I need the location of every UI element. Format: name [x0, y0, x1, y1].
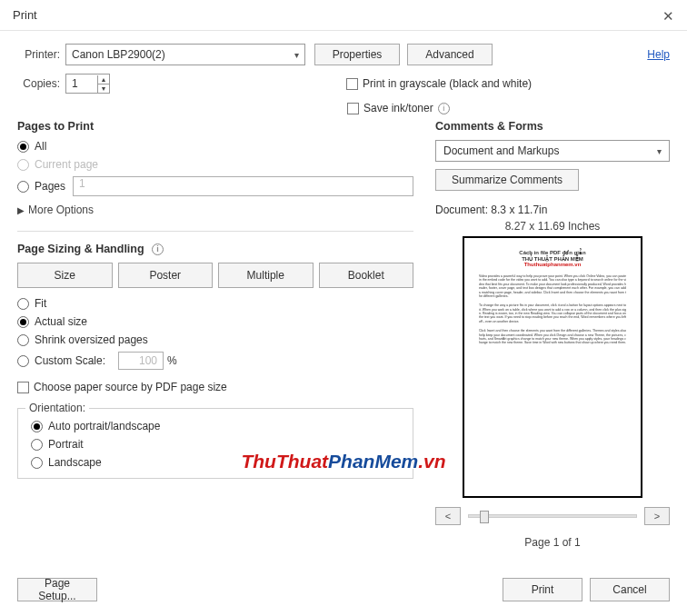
radio-off-icon [17, 355, 29, 367]
radio-on-icon [17, 316, 29, 328]
info-icon[interactable]: i [152, 243, 164, 255]
summarize-comments-button[interactable]: Summarize Comments [435, 169, 579, 191]
properties-button[interactable]: Properties [314, 44, 400, 65]
divider [17, 231, 413, 232]
saveink-checkbox[interactable] [347, 103, 359, 114]
copies-stepper[interactable]: 1 ▲▼ [65, 74, 110, 94]
radio-fit[interactable]: Fit [17, 297, 413, 310]
grayscale-label: Print in grayscale (black and white) [363, 77, 532, 90]
triangle-right-icon: ▶ [17, 205, 25, 215]
radio-landscape-label: Landscape [48, 456, 102, 469]
radio-pages-label: Pages [35, 180, 65, 193]
prev-page-button[interactable]: < [435, 507, 461, 525]
radio-portrait-label: Portrait [48, 438, 84, 451]
grayscale-checkbox[interactable] [346, 78, 358, 90]
info-icon[interactable]: i [438, 103, 450, 114]
radio-auto-label: Auto portrait/landscape [48, 420, 160, 432]
preview-line1: Cách in file PDF đơn giản [479, 249, 626, 255]
comments-forms-select[interactable]: Document and Markups ▾ [435, 140, 670, 162]
radio-current: Current page [17, 158, 413, 171]
radio-actual[interactable]: Actual size [17, 315, 413, 328]
radio-custom-label: Custom Scale: [35, 354, 105, 367]
booklet-button[interactable]: Booklet [319, 263, 414, 288]
radio-off-icon [31, 457, 43, 469]
preview-dim: 8.27 x 11.69 Inches [435, 220, 670, 233]
multiple-button[interactable]: Multiple [218, 263, 314, 288]
radio-all-label: All [35, 140, 46, 153]
printer-select[interactable]: Canon LBP2900(2) ▾ [65, 44, 305, 65]
radio-off-icon [17, 298, 29, 310]
pct-label: % [167, 354, 177, 367]
copies-label: Copies: [17, 77, 60, 90]
custom-scale-input[interactable]: 100 [118, 352, 164, 370]
page-counter: Page 1 of 1 [435, 536, 670, 549]
print-preview: Cách in file PDF đơn giản THỦ THUẬT PHẦN… [463, 236, 642, 498]
page-setup-button[interactable]: Page Setup... [17, 578, 97, 601]
orientation-legend: Orientation: [25, 402, 89, 414]
radio-on-icon [31, 421, 43, 432]
comments-forms-value: Document and Markups [443, 144, 559, 157]
pages-to-print-title: Pages to Print [17, 120, 413, 133]
chevron-down-icon: ▾ [657, 146, 662, 156]
printer-label: Printer: [17, 48, 60, 61]
radio-off-icon [17, 159, 29, 171]
radio-fit-label: Fit [35, 297, 46, 310]
radio-on-icon [17, 141, 29, 153]
paper-source-label: Choose paper source by PDF page size [34, 381, 227, 393]
chevron-down-icon: ▾ [294, 50, 299, 60]
zoom-slider[interactable] [468, 514, 637, 518]
more-options-label: More Options [28, 204, 94, 216]
size-button[interactable]: Size [17, 263, 113, 288]
close-icon[interactable]: ✕ [662, 8, 674, 25]
sizing-title: Page Sizing & Handling i [17, 243, 413, 255]
spin-down-icon[interactable]: ▼ [98, 84, 109, 93]
radio-actual-label: Actual size [35, 315, 87, 328]
copies-value: 1 [66, 77, 97, 90]
comments-forms-title: Comments & Forms [435, 120, 670, 133]
radio-pages[interactable]: Pages 1 [17, 176, 413, 196]
more-options-toggle[interactable]: ▶ More Options [17, 204, 413, 216]
radio-portrait[interactable]: Portrait [31, 438, 400, 451]
printer-value: Canon LBP2900(2) [72, 48, 165, 61]
radio-landscape[interactable]: Landscape [31, 456, 400, 469]
radio-shrink[interactable]: Shrink oversized pages [17, 333, 413, 346]
radio-auto[interactable]: Auto portrait/landscape [31, 420, 400, 432]
poster-button[interactable]: Poster [118, 263, 214, 288]
window-title: Print [13, 8, 37, 22]
radio-shrink-label: Shrink oversized pages [35, 333, 148, 346]
pages-input[interactable]: 1 [73, 176, 413, 196]
advanced-button[interactable]: Advanced [407, 44, 493, 65]
preview-line2: THỦ THUẬT PHẦN MỀM [479, 255, 626, 262]
slider-thumb[interactable] [480, 511, 489, 523]
radio-off-icon [31, 439, 43, 451]
paper-source-row[interactable]: Choose paper source by PDF page size [17, 381, 413, 393]
preview-link: Thuthuatphanmem.vn [479, 262, 626, 267]
radio-off-icon [17, 181, 29, 193]
spin-up-icon[interactable]: ▲ [98, 75, 109, 84]
radio-off-icon [17, 334, 29, 346]
radio-custom[interactable]: Custom Scale: 100 % [17, 352, 413, 370]
radio-current-label: Current page [35, 158, 98, 171]
document-size: Document: 8.3 x 11.7in [435, 204, 670, 216]
help-link[interactable]: Help [647, 48, 670, 61]
saveink-label: Save ink/toner [363, 102, 433, 114]
radio-all[interactable]: All [17, 140, 413, 153]
cancel-button[interactable]: Cancel [590, 578, 670, 601]
paper-source-checkbox[interactable] [17, 382, 29, 393]
print-button[interactable]: Print [503, 578, 582, 601]
next-page-button[interactable]: > [644, 507, 670, 525]
